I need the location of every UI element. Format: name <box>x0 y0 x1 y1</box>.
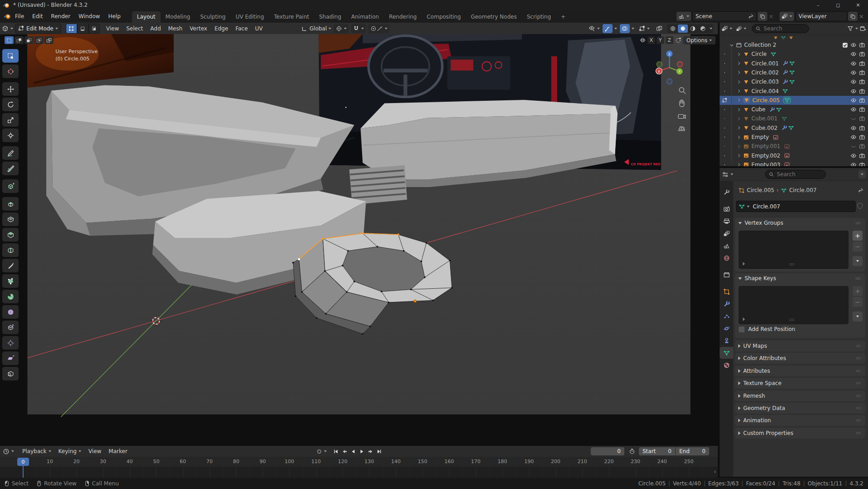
object-type-visibility-dropdown[interactable] <box>588 25 600 32</box>
workspace-tab-compositing[interactable]: Compositing <box>422 11 466 23</box>
scene-browse-icon[interactable] <box>677 12 691 21</box>
workspace-tab-modeling[interactable]: Modeling <box>161 11 196 23</box>
viewlayer-copy-button[interactable] <box>848 12 858 21</box>
outliner-item-name[interactable]: Circle <box>751 51 767 57</box>
outliner-item-name[interactable]: Circle.005 <box>752 97 780 104</box>
image-data-icon[interactable] <box>784 162 790 166</box>
menu-render[interactable]: Render <box>47 10 74 22</box>
disable-render-camera-icon[interactable] <box>859 97 865 104</box>
outliner-row-circle-005[interactable]: Circle.005 <box>720 96 868 105</box>
hide-eye-icon[interactable] <box>850 115 857 122</box>
workspace-tab-sculpting[interactable]: Sculpting <box>195 11 230 23</box>
vertex-groups-header[interactable]: Vertex Groups <box>735 218 865 228</box>
disable-render-camera-icon[interactable] <box>859 162 865 166</box>
hide-eye-icon[interactable] <box>850 134 857 140</box>
hide-eye-icon[interactable] <box>850 60 857 67</box>
select-mode-vertex-button[interactable] <box>66 24 77 34</box>
tool-rip-region[interactable] <box>2 367 19 380</box>
vertex-groups-list[interactable] <box>739 231 848 269</box>
outliner-row-circle-001[interactable]: Circle.001 <box>720 59 868 68</box>
jump-to-next-keyframe-button[interactable] <box>366 447 375 455</box>
outliner-row-collection-2[interactable]: Collection 2 <box>720 40 868 49</box>
viewlayer-selector[interactable]: ViewLayer <box>779 12 864 21</box>
outliner-item-name[interactable]: Circle.002 <box>751 69 779 76</box>
properties-tab-scene[interactable] <box>720 240 733 252</box>
outliner-item-name[interactable]: Empty.001 <box>751 143 780 149</box>
tool-edge-slide[interactable] <box>2 321 19 334</box>
outliner-item-name[interactable]: Circle.001 <box>751 60 779 67</box>
timeline-track[interactable] <box>0 467 718 478</box>
disable-render-camera-icon[interactable] <box>859 69 865 76</box>
section-animation[interactable]: Animation <box>735 415 865 426</box>
tool-inset-faces[interactable] <box>2 212 19 226</box>
image-data-icon[interactable] <box>773 134 779 140</box>
hide-eye-icon[interactable] <box>850 106 857 113</box>
outliner-row-circle-003[interactable]: Circle.003 <box>720 77 868 86</box>
section-color-attributes[interactable]: Color Attributes <box>735 353 865 364</box>
expand-arrow-icon[interactable] <box>736 79 741 84</box>
properties-search-input[interactable] <box>776 171 814 178</box>
tool-smooth[interactable] <box>2 305 19 319</box>
disable-render-camera-icon[interactable] <box>859 134 865 140</box>
mirror-y-toggle[interactable]: Y <box>657 36 664 44</box>
menu-file[interactable]: File <box>11 10 28 22</box>
workspace-tab-shading[interactable]: Shading <box>314 11 346 23</box>
shape-key-remove-button[interactable]: − <box>853 297 863 307</box>
outliner-row-circle-004[interactable]: Circle.004 <box>720 87 868 96</box>
outliner-item-name[interactable]: Collection 2 <box>744 42 776 48</box>
modifier-wrench-icon[interactable] <box>769 107 775 113</box>
viewport-menu-vertex[interactable]: Vertex <box>186 23 211 34</box>
breadcrumb-data[interactable]: Circle.007 <box>789 187 816 193</box>
expand-arrow-icon[interactable] <box>736 89 741 94</box>
image-data-icon[interactable] <box>784 153 790 158</box>
proportional-editing[interactable] <box>368 24 389 33</box>
viewport-menu-uv[interactable]: UV <box>251 23 266 34</box>
shape-keys-header[interactable]: Shape Keys <box>735 273 865 283</box>
section-geometry-data[interactable]: Geometry Data <box>735 403 865 414</box>
frame-end-field[interactable]: End 0 <box>676 447 709 455</box>
properties-search[interactable] <box>765 170 826 179</box>
hide-eye-icon[interactable] <box>850 97 857 104</box>
show-overlays-toggle[interactable] <box>620 24 630 33</box>
shape-key-add-button[interactable]: + <box>853 286 863 296</box>
outliner-filter-id[interactable] <box>736 26 746 32</box>
viewlayer-remove-icon[interactable] <box>858 14 864 20</box>
disable-render-camera-icon[interactable] <box>859 51 865 57</box>
transform-orientation-dropdown[interactable]: Global <box>301 25 331 32</box>
expand-arrow-icon[interactable] <box>736 162 741 166</box>
modifier-wrench-icon[interactable] <box>782 79 788 85</box>
tool-measure[interactable] <box>2 162 19 175</box>
outliner-item-name[interactable]: Cube.002 <box>751 125 778 131</box>
properties-tab-render[interactable] <box>720 203 733 215</box>
hide-eye-icon[interactable] <box>850 79 857 85</box>
expand-arrow-icon[interactable] <box>736 116 741 121</box>
close-button[interactable]: ✕ <box>848 0 868 10</box>
scene-selector[interactable]: Scene <box>676 12 774 21</box>
outliner-item-name[interactable]: Cube.001 <box>751 115 778 122</box>
shading-rendered-button[interactable] <box>698 25 708 33</box>
section-uv-maps[interactable]: UV Maps <box>735 341 865 351</box>
disable-render-camera-icon[interactable] <box>859 60 865 67</box>
outliner-row-empty-001[interactable]: Empty.001 <box>720 142 868 151</box>
hide-eye-icon[interactable] <box>850 153 857 159</box>
outliner-search[interactable] <box>752 24 809 33</box>
select-mode-face-button[interactable] <box>88 24 100 34</box>
region-collapse-arrow[interactable]: ‹ <box>714 469 716 475</box>
hide-eye-icon[interactable] <box>850 125 857 131</box>
disable-render-camera-icon[interactable] <box>859 143 865 149</box>
disable-render-camera-icon[interactable] <box>859 42 865 48</box>
viewport-menu-mesh[interactable]: Mesh <box>165 23 186 34</box>
selectmode-subtract-button[interactable] <box>25 36 34 44</box>
viewlayer-browse-icon[interactable] <box>780 12 794 21</box>
disable-render-camera-icon[interactable] <box>859 125 865 131</box>
mesh-data-icon[interactable] <box>789 60 795 66</box>
auto-keying-toggle[interactable] <box>315 447 328 455</box>
hide-eye-icon[interactable] <box>850 51 857 57</box>
modifier-wrench-icon[interactable] <box>782 60 788 66</box>
modifier-wrench-icon[interactable] <box>782 69 788 75</box>
viewport-menu-edge[interactable]: Edge <box>211 23 232 34</box>
outliner-row-empty-003[interactable]: Empty.003 <box>720 160 868 166</box>
collection-checkbox-icon[interactable] <box>842 42 848 48</box>
tool-transform[interactable] <box>2 128 19 142</box>
tool-extrude-region[interactable] <box>2 197 19 211</box>
